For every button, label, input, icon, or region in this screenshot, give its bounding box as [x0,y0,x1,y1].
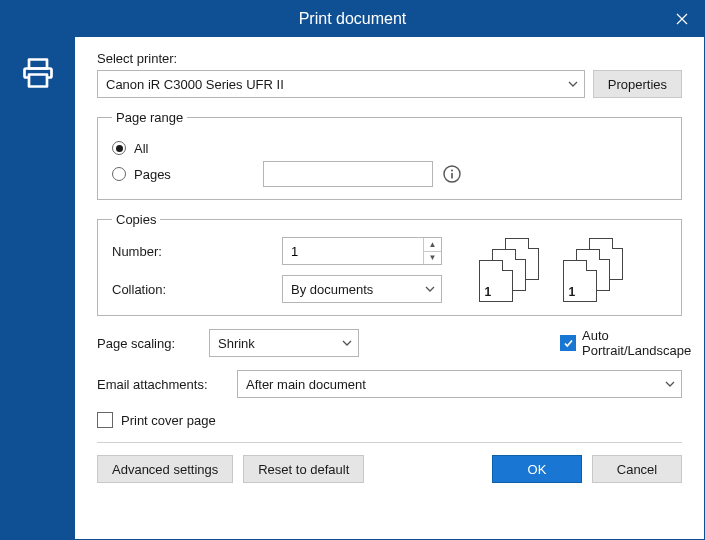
radio-pages[interactable] [112,167,126,181]
page-range-legend: Page range [112,110,187,125]
reset-button-label: Reset to default [258,462,349,477]
reset-button[interactable]: Reset to default [243,455,364,483]
collation-stack-1: 3 2 1 [479,238,547,302]
chevron-down-icon [425,286,435,292]
copies-group: Copies Number: ▲ ▼ 3 2 1 [97,212,682,316]
svg-point-3 [451,170,453,172]
svg-rect-4 [451,173,453,179]
chevron-down-icon [342,340,352,346]
printer-selected: Canon iR C3000 Series UFR II [106,77,284,92]
cancel-button[interactable]: Cancel [592,455,682,483]
collation-selected: By documents [291,282,373,297]
page-range-group: Page range All Pages [97,110,682,200]
titlebar: Print document [1,1,704,37]
collation-dropdown[interactable]: By documents [282,275,442,303]
info-icon[interactable] [441,163,463,185]
scaling-label: Page scaling: [97,336,197,351]
cancel-button-label: Cancel [617,462,657,477]
cover-page-label: Print cover page [121,413,216,428]
cover-page-checkbox[interactable] [97,412,113,428]
spinner-up[interactable]: ▲ [424,238,441,252]
sidebar [1,37,75,539]
attachments-label: Email attachments: [97,377,225,392]
copies-legend: Copies [112,212,160,227]
dialog-body: Select printer: Canon iR C3000 Series UF… [1,37,704,539]
divider [97,442,682,443]
radio-pages-label: Pages [134,167,171,182]
svg-rect-1 [29,75,47,87]
copies-spinner[interactable]: ▲ ▼ [282,237,442,265]
collation-label: Collation: [112,282,282,297]
chevron-down-icon [568,81,578,87]
printer-icon [20,55,56,91]
pages-input[interactable] [263,161,433,187]
advanced-button-label: Advanced settings [112,462,218,477]
close-button[interactable] [660,1,704,37]
properties-button[interactable]: Properties [593,70,682,98]
select-printer-label: Select printer: [97,51,177,66]
printer-dropdown[interactable]: Canon iR C3000 Series UFR II [97,70,585,98]
properties-button-label: Properties [608,77,667,92]
auto-orient-checkbox[interactable] [560,335,576,351]
scaling-selected: Shrink [218,336,255,351]
attachments-selected: After main document [246,377,366,392]
radio-all[interactable] [112,141,126,155]
close-icon [676,13,688,25]
print-dialog: Print document Select printer: Canon iR … [0,0,705,540]
copies-number-label: Number: [112,244,282,259]
chevron-down-icon [665,381,675,387]
radio-all-label: All [134,141,148,156]
advanced-settings-button[interactable]: Advanced settings [97,455,233,483]
ok-button-label: OK [528,462,547,477]
collation-stack-2: 3 2 1 [563,238,631,302]
ok-button[interactable]: OK [492,455,582,483]
window-title: Print document [299,10,407,28]
attachments-dropdown[interactable]: After main document [237,370,682,398]
content: Select printer: Canon iR C3000 Series UF… [75,37,704,539]
spinner-down[interactable]: ▼ [424,252,441,265]
scaling-dropdown[interactable]: Shrink [209,329,359,357]
auto-orient-label: Auto Portrait/Landscape [582,328,682,358]
collation-preview: 3 2 1 3 2 1 [479,238,631,302]
